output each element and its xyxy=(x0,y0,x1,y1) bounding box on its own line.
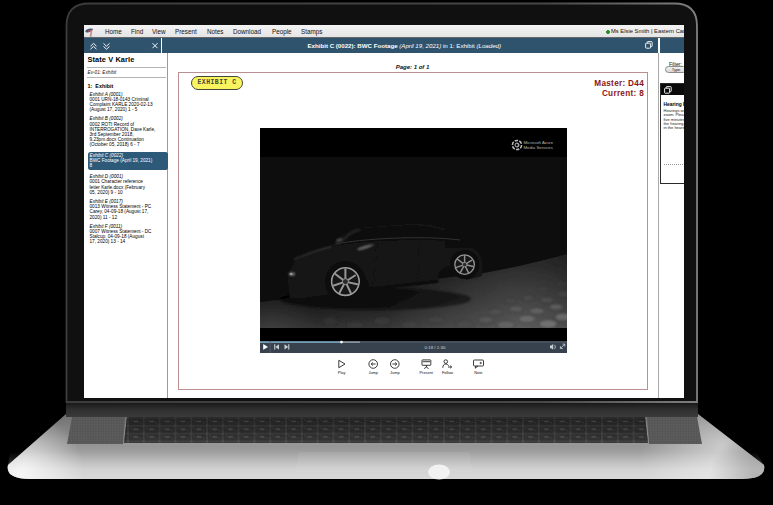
svg-text:Microsoft Azure: Microsoft Azure xyxy=(524,140,554,145)
svg-text:Jump: Jump xyxy=(368,370,378,375)
svg-text:Present: Present xyxy=(419,370,433,375)
svg-text:Note: Note xyxy=(474,370,482,375)
svg-text:Play: Play xyxy=(338,370,346,375)
svg-text:Jump: Jump xyxy=(390,370,400,375)
svg-text:0:18 / 1:30: 0:18 / 1:30 xyxy=(425,345,446,350)
svg-text:Follow: Follow xyxy=(442,370,453,375)
svg-text:Media Services: Media Services xyxy=(524,145,553,150)
